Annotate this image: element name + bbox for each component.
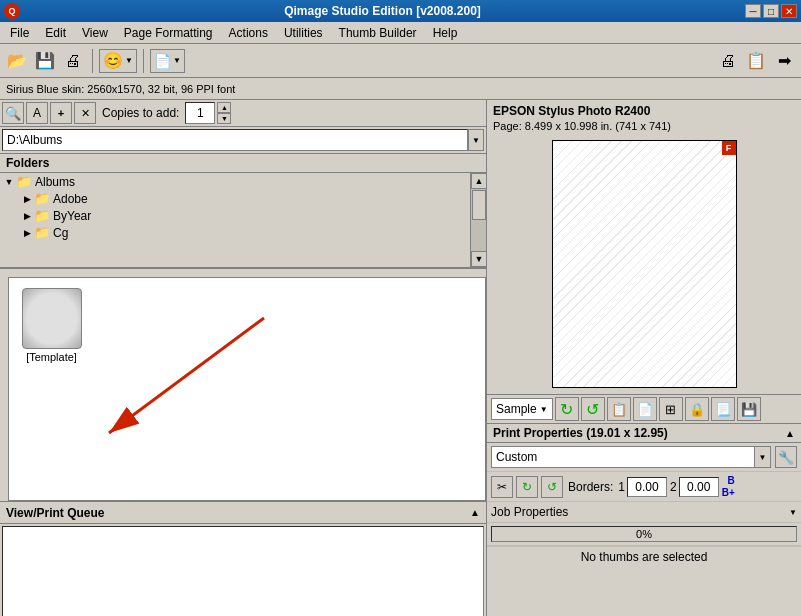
template-dropdown[interactable]: 📄 ▼ — [150, 49, 185, 73]
left-panel: 🔍 A + ✕ Copies to add: ▲ ▼ ▼ Folders — [0, 100, 487, 616]
copies-down-button[interactable]: ▼ — [217, 113, 231, 124]
toolbar: 📂 💾 🖨 😊 ▼ 📄 ▼ 🖨 📋 ➡ — [0, 44, 801, 78]
printer-name: EPSON Stylus Photo R2400 — [487, 100, 801, 120]
print-props-collapse[interactable]: ▲ — [785, 428, 795, 439]
expander-cg[interactable]: ▶ — [20, 228, 34, 238]
copies-up-button[interactable]: ▲ — [217, 102, 231, 113]
path-dropdown-button[interactable]: ▼ — [468, 129, 484, 151]
save-layout-button[interactable]: 💾 — [737, 397, 761, 421]
tree-label-cg: Cg — [53, 226, 68, 240]
status-text: Sirius Blue skin: 2560x1570, 32 bit, 96 … — [6, 83, 235, 95]
title-bar-text: Qimage Studio Edition [v2008.200] — [20, 4, 745, 18]
refresh-green-button[interactable]: ↻ — [555, 397, 579, 421]
export-button[interactable]: ➡ — [771, 48, 797, 74]
copies-input[interactable] — [185, 102, 215, 124]
custom-dropdown-button[interactable]: ▼ — [754, 447, 770, 467]
menu-edit[interactable]: Edit — [37, 22, 74, 44]
copy-right-button[interactable]: 📋 — [743, 48, 769, 74]
maximize-button[interactable]: □ — [763, 4, 779, 18]
print-props-header: Print Properties (19.01 x 12.95) ▲ — [487, 424, 801, 443]
menu-utilities[interactable]: Utilities — [276, 22, 331, 44]
delete-button[interactable]: ✕ — [74, 102, 96, 124]
skin-dropdown[interactable]: 😊 ▼ — [99, 49, 137, 73]
custom-select-wrap: Custom ▼ — [491, 446, 771, 468]
wrench-button[interactable]: 🔧 — [775, 446, 797, 468]
cut-button[interactable]: ✂ — [491, 476, 513, 498]
menu-file[interactable]: File — [2, 22, 37, 44]
expander-byyear[interactable]: ▶ — [20, 211, 34, 221]
tree-item-cg[interactable]: ▶ 📁 Cg — [0, 224, 470, 241]
queue-collapse-button[interactable]: ▲ — [470, 507, 480, 518]
tree-item-albums[interactable]: ▼ 📁 Albums — [0, 173, 470, 190]
panel-split: Folders ▼ 📁 Albums ▶ 📁 Adobe — [0, 154, 486, 616]
scroll-up-button[interactable]: ▲ — [471, 173, 486, 189]
preview-flag: F — [722, 141, 736, 155]
border2-group: 2 — [670, 477, 719, 497]
custom-select-text: Custom — [492, 450, 754, 464]
tree-item-adobe[interactable]: ▶ 📁 Adobe — [0, 190, 470, 207]
template-thumbnail[interactable]: [Template] — [19, 288, 84, 363]
copies-spinner: ▲ ▼ — [217, 102, 231, 124]
queue-header-text: View/Print Queue — [6, 506, 104, 520]
status-bar: Sirius Blue skin: 2560x1570, 32 bit, 96 … — [0, 78, 801, 100]
close-button[interactable]: ✕ — [781, 4, 797, 18]
borders-row: ✂ ↻ ↺ Borders: 1 2 B B+ — [487, 472, 801, 502]
path-input-row: ▼ — [0, 127, 486, 154]
tree-item-byyear[interactable]: ▶ 📁 ByYear — [0, 207, 470, 224]
lock-button[interactable]: 🔒 — [685, 397, 709, 421]
border1-input[interactable] — [627, 477, 667, 497]
images-section: [Template] View/Pr — [0, 269, 486, 616]
border2-num: 2 — [670, 480, 677, 494]
zoom-out-button[interactable]: A — [26, 102, 48, 124]
menu-thumb-builder[interactable]: Thumb Builder — [331, 22, 425, 44]
borders-label: Borders: — [568, 480, 613, 494]
progress-label: 0% — [492, 527, 796, 541]
menu-page-formatting[interactable]: Page Formatting — [116, 22, 221, 44]
b-label: B — [728, 475, 735, 486]
thumb-image — [22, 288, 82, 349]
folder-tree-list: ▼ 📁 Albums ▶ 📁 Adobe ▶ 📁 ByYear — [0, 173, 470, 267]
zoom-in-button[interactable]: 🔍 — [2, 102, 24, 124]
page-info: Page: 8.499 x 10.998 in. (741 x 741) — [487, 120, 801, 134]
folder-icon-albums: 📁 — [16, 174, 32, 189]
menu-view[interactable]: View — [74, 22, 116, 44]
expander-albums[interactable]: ▼ — [2, 177, 16, 187]
progress-bar: 0% — [491, 526, 797, 542]
toolbar-separator-1 — [92, 49, 93, 73]
open-button[interactable]: 📂 — [4, 48, 30, 74]
svg-line-1 — [109, 318, 264, 433]
menu-actions[interactable]: Actions — [221, 22, 276, 44]
paste-layout-button[interactable]: 📄 — [633, 397, 657, 421]
path-input[interactable] — [2, 129, 468, 151]
print-preview-area: F — [487, 134, 801, 394]
expander-adobe[interactable]: ▶ — [20, 194, 34, 204]
copies-label: Copies to add: — [102, 106, 179, 120]
job-props-dropdown[interactable]: ▼ — [789, 508, 797, 517]
print-right-button[interactable]: 🖨 — [715, 48, 741, 74]
refresh-border-button[interactable]: ↻ — [516, 476, 538, 498]
queue-header: View/Print Queue ▲ — [0, 502, 486, 524]
menu-help[interactable]: Help — [425, 22, 466, 44]
blank-page-button[interactable]: 📃 — [711, 397, 735, 421]
job-props-row: Job Properties ▼ — [487, 502, 801, 523]
scroll-thumb[interactable] — [472, 190, 486, 220]
progress-section: 0% — [487, 523, 801, 546]
refresh2-border-button[interactable]: ↺ — [541, 476, 563, 498]
grid-button[interactable]: ⊞ — [659, 397, 683, 421]
copy-layout-button[interactable]: 📋 — [607, 397, 631, 421]
sample-label: Sample — [496, 402, 537, 416]
main-layout: 🔍 A + ✕ Copies to add: ▲ ▼ ▼ Folders — [0, 100, 801, 616]
folder-icon-adobe: 📁 — [34, 191, 50, 206]
minimize-button[interactable]: ─ — [745, 4, 761, 18]
save-button[interactable]: 💾 — [32, 48, 58, 74]
sample-toolbar-row: Sample ▼ ↻ ↺ 📋 📄 ⊞ 🔒 📃 💾 — [487, 394, 801, 424]
folder-tree-scrollbar[interactable]: ▲ ▼ — [470, 173, 486, 267]
folder-tree-content: ▼ 📁 Albums ▶ 📁 Adobe ▶ 📁 ByYear — [0, 173, 486, 267]
border2-input[interactable] — [679, 477, 719, 497]
add-button[interactable]: + — [50, 102, 72, 124]
refresh2-button[interactable]: ↺ — [581, 397, 605, 421]
scroll-down-button[interactable]: ▼ — [471, 251, 486, 267]
tree-label-albums: Albums — [35, 175, 75, 189]
print-button[interactable]: 🖨 — [60, 48, 86, 74]
sample-dropdown[interactable]: Sample ▼ — [491, 398, 553, 420]
